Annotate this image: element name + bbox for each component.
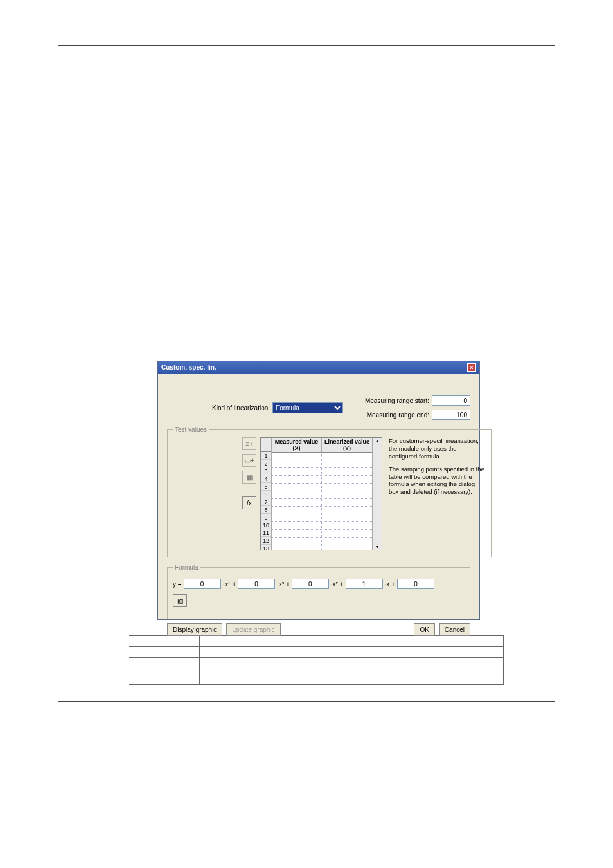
display-graphic-button[interactable]: Display graphic (167, 623, 222, 636)
coeff-x3-input[interactable] (238, 579, 275, 589)
kind-label: Kind of linearization: (212, 404, 270, 411)
col-header-linearized: Linearized value(Y) (322, 438, 372, 452)
cancel-button[interactable]: Cancel (439, 623, 470, 636)
linearization-dialog: Custom. spec. lin. × Kind of linearizati… (157, 361, 480, 620)
y-equals: y = (173, 581, 182, 588)
grid-edit-icon: ▦ (242, 471, 256, 484)
insert-row-icon: ▭+ (242, 454, 256, 467)
dialog-titlebar: Custom. spec. lin. × (158, 361, 479, 374)
expl-r2c1 (129, 658, 200, 685)
formula-fieldset: Formula y = ·x⁴ + ·x³ + ·x² + ·x + ▨ (167, 564, 470, 619)
coeff-x2-input[interactable] (292, 579, 329, 589)
fx-icon[interactable]: fx (242, 496, 256, 509)
coeff-x0-input[interactable] (397, 579, 434, 589)
update-graphic-button: update graphic (226, 623, 280, 636)
info-text: For customer-specif linearization, the m… (386, 437, 486, 550)
sort-icon: ≡↕ (242, 437, 256, 450)
term-x4: ·x⁴ + (223, 581, 236, 588)
expl-r1c3 (360, 647, 504, 658)
test-values-legend: Test values (173, 426, 209, 433)
values-grid: 12 34 56 78 910 1112 1314 Measured value (260, 437, 382, 550)
coeff-x1-input[interactable] (346, 579, 383, 589)
expl-r2c3 (360, 658, 504, 685)
range-start-label: Measuring range start: (365, 397, 429, 404)
range-end-label: Measuring range end: (367, 411, 429, 419)
expl-r1c1 (129, 647, 200, 658)
test-values-fieldset: Test values ≡↕ ▭+ ▦ fx 12 34 (167, 426, 492, 557)
top-rule (58, 45, 555, 46)
close-icon[interactable]: × (467, 363, 476, 372)
chart-preview-icon[interactable]: ▨ (173, 594, 187, 607)
ok-button[interactable]: OK (414, 623, 434, 636)
term-x2: ·x² + (331, 581, 344, 588)
term-x3: ·x³ + (277, 581, 290, 588)
coeff-x4-input[interactable] (184, 579, 221, 589)
col-header-measured: Measured value(X) (272, 438, 322, 452)
expl-r2c2 (200, 658, 360, 685)
formula-legend: Formula (173, 564, 200, 571)
kind-of-linearization-select[interactable]: Formula (272, 402, 343, 413)
bottom-rule (58, 701, 555, 702)
dialog-title: Custom. spec. lin. (161, 364, 217, 371)
term-x1: ·x + (385, 581, 395, 588)
expl-r1c2 (200, 647, 360, 658)
range-end-input[interactable] (432, 410, 470, 420)
row-number-gutter: 12 34 56 78 910 1112 1314 (261, 438, 272, 550)
range-start-input[interactable] (432, 395, 470, 406)
grid-scrollbar[interactable]: ▴▾ (372, 438, 382, 550)
tool-column: ≡↕ ▭+ ▦ fx (173, 437, 256, 550)
grid-rows[interactable] (272, 453, 372, 550)
